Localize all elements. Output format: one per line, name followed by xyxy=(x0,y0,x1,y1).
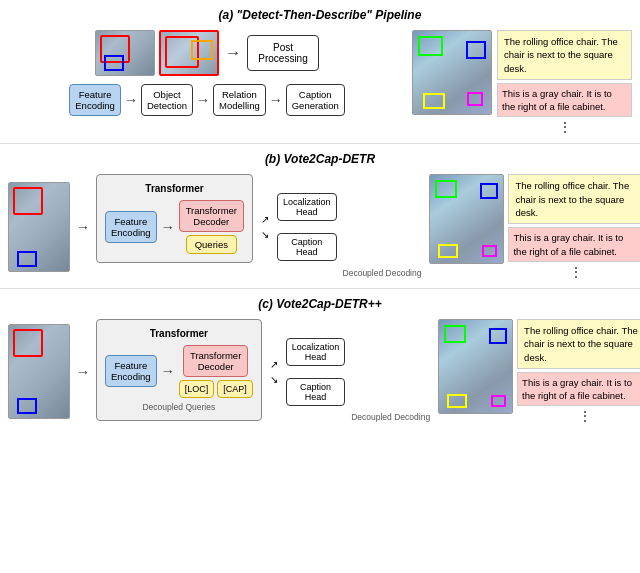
section-c-title: (c) Vote2Cap-DETR++ xyxy=(8,297,632,311)
transformer-c: Transformer FeatureEncoding TransformerD… xyxy=(96,319,262,421)
feature-encoding-box-a: FeatureEncoding xyxy=(69,84,121,116)
decoupled-label-c: Decoupled Decoding xyxy=(351,412,430,422)
section-b: (b) Vote2Cap-DETR Transformer FeatureEnc… xyxy=(0,143,640,283)
cap-head-b: Caption Head xyxy=(277,233,337,261)
caption-b-1: The rolling office chair. The chair is n… xyxy=(508,174,640,224)
dots-a: ⋮ xyxy=(497,119,632,135)
decoupled-label-b: Decoupled Decoding xyxy=(343,268,422,278)
caption-a-2: This is a gray chair. It is to the right… xyxy=(497,83,632,118)
scene-image-detected xyxy=(159,30,219,76)
post-processing-box: PostProcessing xyxy=(247,35,318,71)
loc-head-b: Localization Head xyxy=(277,193,337,221)
relation-modelling-box: RelationModelling xyxy=(213,84,266,116)
decoder-queries-c: TransformerDecoder [LOC] [CAP] xyxy=(179,345,253,398)
caption-c-1: The rolling office chair. The chair is n… xyxy=(517,319,640,369)
scene-3d-c-input xyxy=(8,324,70,419)
caption-c-2: This is a gray chair. It is to the right… xyxy=(517,372,640,407)
feature-encoding-c: FeatureEncoding xyxy=(105,355,157,387)
loc-head-c: Localization Head xyxy=(286,338,346,366)
scene-3d-c xyxy=(438,319,513,414)
right-c: The rolling office chair. The chair is n… xyxy=(438,319,640,424)
arrow-fork-bot-c: ↘ xyxy=(270,374,278,385)
section-b-content: Transformer FeatureEncoding TransformerD… xyxy=(8,174,632,279)
section-a-title: (a) "Detect-Then-Describe" Pipeline xyxy=(8,8,632,22)
arrow-c-2 xyxy=(161,363,175,379)
arrow-b-2 xyxy=(161,219,175,235)
section-a-right: The rolling office chair. The chair is n… xyxy=(412,30,632,135)
transformer-b-inner: FeatureEncoding TransformerDecoder Queri… xyxy=(105,200,244,254)
arrow-fork-top-c: ↗ xyxy=(270,359,278,370)
transformer-c-title: Transformer xyxy=(105,328,253,339)
scene-3d-a xyxy=(412,30,492,115)
loc-query-c: [LOC] xyxy=(179,380,215,398)
scene-3d-b-input xyxy=(8,182,70,272)
scene-3d-b xyxy=(429,174,504,264)
arrow-4 xyxy=(269,92,283,108)
heads-b: Localization Head Caption Head xyxy=(277,193,337,261)
decoupled-queries-c: [LOC] [CAP] xyxy=(179,380,253,398)
top-pipeline-row: PostProcessing xyxy=(95,30,318,76)
queries-b: Queries xyxy=(186,235,237,254)
captions-a: The rolling office chair. The chair is n… xyxy=(497,30,632,135)
section-c: (c) Vote2Cap-DETR++ Transformer FeatureE… xyxy=(0,288,640,428)
caption-generation-box-a: CaptionGeneration xyxy=(286,84,345,116)
transformer-b: Transformer FeatureEncoding TransformerD… xyxy=(96,174,253,263)
arrow-fork-bot-b: ↘ xyxy=(261,229,269,240)
dots-c: ⋮ xyxy=(517,408,640,424)
captions-b: The rolling office chair. The chair is n… xyxy=(508,174,640,279)
section-c-content: Transformer FeatureEncoding TransformerD… xyxy=(8,319,632,424)
section-a: (a) "Detect-Then-Describe" Pipeline xyxy=(0,0,640,139)
arrow-fork-top-b: ↗ xyxy=(261,214,269,225)
arrow-c-1 xyxy=(76,364,90,380)
cap-query-c: [CAP] xyxy=(217,380,253,398)
right-b: The rolling office chair. The chair is n… xyxy=(429,174,640,279)
transformer-b-title: Transformer xyxy=(105,183,244,194)
object-detection-box: ObjectDetection xyxy=(141,84,193,116)
fork-c: ↗ ↘ xyxy=(270,359,278,385)
heads-c: Localization Head Caption Head xyxy=(286,338,346,406)
section-a-content: PostProcessing FeatureEncoding ObjectDet… xyxy=(8,30,632,135)
transformer-decoder-c: TransformerDecoder xyxy=(183,345,248,377)
scene-image-1 xyxy=(95,30,155,76)
transformer-decoder-b: TransformerDecoder xyxy=(179,200,244,232)
arrow-3 xyxy=(196,92,210,108)
feature-encoding-b: FeatureEncoding xyxy=(105,211,157,243)
arrow-2 xyxy=(124,92,138,108)
caption-b-2: This is a gray chair. It is to the right… xyxy=(508,227,640,262)
cap-head-c: Caption Head xyxy=(286,378,346,406)
bottom-pipeline-row: FeatureEncoding ObjectDetection Relation… xyxy=(69,84,344,116)
dots-b: ⋮ xyxy=(508,264,640,280)
pipeline-diagrams: PostProcessing FeatureEncoding ObjectDet… xyxy=(8,30,406,116)
decoder-queries-b: TransformerDecoder Queries xyxy=(179,200,244,254)
arrow-b-1 xyxy=(76,219,90,235)
captions-c: The rolling office chair. The chair is n… xyxy=(517,319,640,424)
decoupled-queries-label: Decoupled Queries xyxy=(105,402,253,412)
section-b-title: (b) Vote2Cap-DETR xyxy=(8,152,632,166)
transformer-c-inner: FeatureEncoding TransformerDecoder [LOC]… xyxy=(105,345,253,398)
arrow-1 xyxy=(225,44,241,62)
fork-b: ↗ ↘ xyxy=(261,214,269,240)
caption-a-1: The rolling office chair. The chair is n… xyxy=(497,30,632,80)
